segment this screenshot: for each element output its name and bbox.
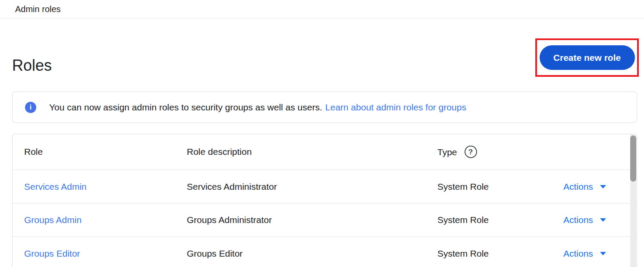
actions-label: Actions	[563, 248, 593, 259]
table-row: Groups Admin Groups Administrator System…	[13, 204, 637, 237]
actions-label: Actions	[563, 182, 593, 192]
role-link-groups-editor[interactable]: Groups Editor	[24, 248, 80, 259]
admin-roles-page: Admin roles Roles Create new role i You …	[0, 0, 644, 267]
create-new-role-button[interactable]: Create new role	[540, 45, 635, 70]
actions-dropdown[interactable]: Actions	[563, 215, 606, 225]
header-role-description: Role description	[187, 147, 252, 157]
help-icon[interactable]: ?	[465, 146, 477, 158]
highlight-annotation-box: Create new role	[535, 38, 639, 77]
chevron-down-icon	[600, 218, 606, 222]
info-banner: i You can now assign admin roles to secu…	[12, 91, 637, 123]
header-type: Type ?	[437, 146, 477, 158]
info-icon: i	[25, 102, 36, 113]
table-row: Groups Editor Groups Editor System Role …	[13, 237, 637, 267]
actions-dropdown[interactable]: Actions	[563, 248, 606, 259]
role-description: Services Administrator	[187, 182, 277, 192]
breadcrumb[interactable]: Admin roles	[15, 4, 61, 14]
chevron-down-icon	[600, 252, 606, 255]
banner-message: You can now assign admin roles to securi…	[49, 102, 466, 113]
role-type: System Role	[437, 248, 489, 259]
role-description: Groups Administrator	[187, 215, 272, 225]
banner-message-text: You can now assign admin roles to securi…	[49, 102, 322, 112]
table-scrollbar-thumb[interactable]	[630, 135, 636, 182]
actions-dropdown[interactable]: Actions	[563, 182, 606, 192]
top-bar: Admin roles	[0, 0, 644, 19]
role-link-groups-admin[interactable]: Groups Admin	[24, 215, 82, 225]
table-scrollbar-track[interactable]	[630, 135, 636, 267]
chevron-down-icon	[600, 185, 606, 188]
role-type: System Role	[437, 215, 489, 225]
actions-label: Actions	[563, 215, 593, 225]
header-role: Role	[24, 147, 43, 157]
table-row: Services Admin Services Administrator Sy…	[13, 170, 637, 204]
role-type: System Role	[437, 182, 489, 192]
role-link-services-admin[interactable]: Services Admin	[24, 182, 87, 192]
header-type-label: Type	[437, 147, 457, 157]
table-header-row: Role Role description Type ?	[13, 134, 637, 170]
learn-more-link[interactable]: Learn about admin roles for groups	[325, 102, 466, 112]
page-title: Roles	[12, 57, 52, 74]
roles-table: Role Role description Type ? Services Ad…	[12, 134, 637, 267]
role-description: Groups Editor	[187, 248, 243, 259]
